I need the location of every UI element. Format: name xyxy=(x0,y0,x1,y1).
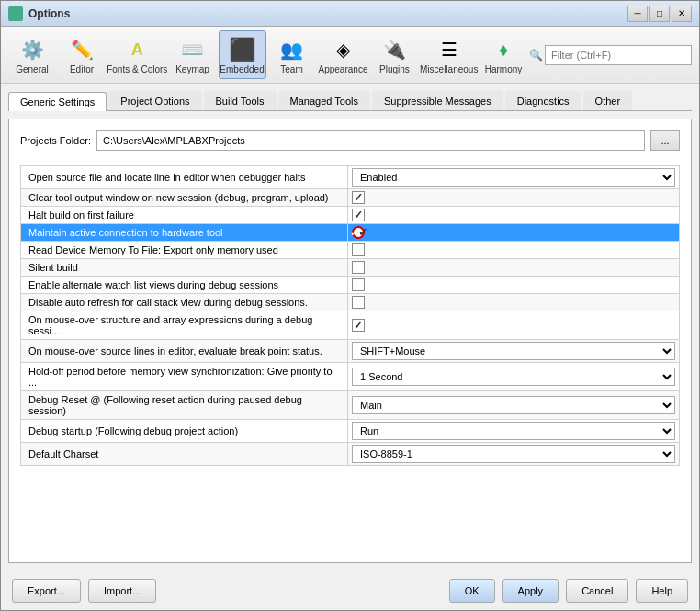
default-charset-dropdown[interactable]: ISO-8859-1 UTF-8 UTF-16 xyxy=(352,445,675,463)
disable-auto-refresh-checkbox[interactable] xyxy=(352,296,365,309)
toolbar-team[interactable]: 👥 Team xyxy=(268,30,316,79)
setting-value: 1 Second 2 Seconds 5 Seconds None xyxy=(348,363,679,390)
toolbar-general-label: General xyxy=(16,64,49,74)
clear-tool-checkbox[interactable] xyxy=(352,191,365,204)
titlebar: Options ─ □ ✕ xyxy=(1,1,699,27)
window-icon xyxy=(8,6,23,21)
table-row: Disable auto refresh for call stack view… xyxy=(20,294,680,311)
content-area: Generic Settings Project Options Build T… xyxy=(1,84,699,571)
footer-left: Export... Import... xyxy=(12,579,156,603)
silent-build-checkbox[interactable] xyxy=(352,261,365,274)
read-device-memory-checkbox[interactable] xyxy=(352,243,365,256)
alternate-watch-checkbox[interactable] xyxy=(352,278,365,291)
projects-folder-label: Projects Folder: xyxy=(20,135,91,146)
tab-generic-settings[interactable]: Generic Settings xyxy=(8,92,107,111)
mouseover-structure-checkbox[interactable] xyxy=(352,319,365,332)
table-row-highlighted: Maintain active connection to hardware t… xyxy=(20,224,680,242)
toolbar-embedded[interactable]: ⬛ Embedded xyxy=(219,30,266,79)
projects-folder-input[interactable] xyxy=(96,130,645,151)
ok-button[interactable]: OK xyxy=(449,579,495,603)
tab-other[interactable]: Other xyxy=(583,91,633,110)
toolbar-editor-label: Editor xyxy=(70,64,94,74)
setting-label: Debug Reset @ (Following reset action du… xyxy=(21,391,348,419)
setting-label: Hold-off period before memory view synch… xyxy=(21,363,348,390)
tab-project-options[interactable]: Project Options xyxy=(108,91,201,110)
toolbar: ⚙️ General ✏️ Editor A Fonts & Colors ⌨️… xyxy=(1,27,699,84)
editor-icon: ✏️ xyxy=(67,35,96,64)
halt-build-checkbox[interactable] xyxy=(352,209,365,221)
toolbar-editor[interactable]: ✏️ Editor xyxy=(58,30,106,79)
maintain-connection-checkbox[interactable]: ✓ xyxy=(352,226,365,239)
window-title: Options xyxy=(28,7,70,20)
export-button[interactable]: Export... xyxy=(12,579,81,603)
footer-right: OK Apply Cancel Help xyxy=(449,579,688,603)
miscellaneous-icon: ☰ xyxy=(435,35,464,64)
setting-label: Enable alternate watch list views during… xyxy=(21,277,348,293)
search-icon: 🔍 xyxy=(529,49,543,62)
toolbar-search: 🔍 xyxy=(529,45,692,65)
keymap-icon: ⌨️ xyxy=(178,35,208,64)
browse-button[interactable]: ... xyxy=(650,130,680,151)
maximize-button[interactable]: □ xyxy=(649,6,670,22)
toolbar-plugins-label: Plugins xyxy=(379,64,410,74)
filter-input[interactable] xyxy=(545,45,692,65)
help-button[interactable]: Help xyxy=(636,579,688,603)
table-row: Clear tool output window on new session … xyxy=(20,189,680,207)
cancel-button[interactable]: Cancel xyxy=(566,579,628,603)
toolbar-fonts-label: Fonts & Colors xyxy=(107,64,167,74)
toolbar-fonts-colors[interactable]: A Fonts & Colors xyxy=(107,30,167,79)
table-row: Debug startup (Following debug project a… xyxy=(20,420,680,443)
setting-value xyxy=(348,189,679,206)
setting-label: Silent build xyxy=(21,259,348,276)
toolbar-keymap[interactable]: ⌨️ Keymap xyxy=(169,30,217,79)
tabs-bar: Generic Settings Project Options Build T… xyxy=(8,91,692,111)
setting-label: Maintain active connection to hardware t… xyxy=(21,224,348,241)
setting-label: Default Charset xyxy=(21,443,348,465)
setting-value xyxy=(348,242,679,258)
table-row: On mouse-over structure and array expres… xyxy=(20,311,680,340)
setting-value: ISO-8859-1 UTF-8 UTF-16 xyxy=(348,443,679,465)
tab-diagnostics[interactable]: Diagnostics xyxy=(505,91,581,110)
table-row: On mouse-over source lines in editor, ev… xyxy=(20,340,680,363)
import-button[interactable]: Import... xyxy=(88,579,156,603)
harmony-icon: ♦ xyxy=(489,35,518,64)
setting-label: Clear tool output window on new session … xyxy=(21,189,348,206)
setting-label: On mouse-over structure and array expres… xyxy=(21,311,348,339)
toolbar-embedded-label: Embedded xyxy=(220,64,264,74)
apply-button[interactable]: Apply xyxy=(502,579,559,603)
toolbar-plugins[interactable]: 🔌 Plugins xyxy=(370,30,418,79)
setting-value xyxy=(348,277,679,293)
table-row: Default Charset ISO-8859-1 UTF-8 UTF-16 xyxy=(20,443,680,466)
setting-label: Halt build on first failure xyxy=(21,207,348,223)
setting-label: Read Device Memory To File: Export only … xyxy=(21,242,348,258)
open-source-dropdown[interactable]: Enabled Disabled xyxy=(352,168,675,187)
table-row: Silent build xyxy=(20,259,680,277)
setting-value: Run Halt xyxy=(348,420,679,442)
table-row: Read Device Memory To File: Export only … xyxy=(20,242,680,259)
debug-reset-dropdown[interactable]: Main Reset Vector xyxy=(352,396,675,414)
table-row: Debug Reset @ (Following reset action du… xyxy=(20,391,680,420)
minimize-button[interactable]: ─ xyxy=(627,6,648,22)
setting-value xyxy=(348,259,679,276)
toolbar-general[interactable]: ⚙️ General xyxy=(8,30,56,79)
toolbar-appearance[interactable]: ◈ Appearance xyxy=(318,30,369,79)
settings-table: Open source file and locate line in edit… xyxy=(20,165,680,466)
toolbar-team-label: Team xyxy=(280,64,302,74)
setting-label: On mouse-over source lines in editor, ev… xyxy=(21,340,348,362)
toolbar-appearance-label: Appearance xyxy=(319,64,368,74)
toolbar-miscellaneous[interactable]: ☰ Miscellaneous xyxy=(420,30,478,79)
table-row: Hold-off period before memory view synch… xyxy=(20,363,680,391)
toolbar-keymap-label: Keymap xyxy=(175,64,209,74)
mouseover-source-dropdown[interactable]: SHIFT+Mouse Always Never xyxy=(352,342,675,360)
main-panel: Projects Folder: ... Open source file an… xyxy=(8,119,692,563)
holdoff-period-dropdown[interactable]: 1 Second 2 Seconds 5 Seconds None xyxy=(352,368,675,386)
tab-suppressible-messages[interactable]: Suppressible Messages xyxy=(372,91,503,110)
tab-build-tools[interactable]: Build Tools xyxy=(204,91,277,110)
tab-managed-tools[interactable]: Managed Tools xyxy=(278,91,370,110)
toolbar-harmony[interactable]: ♦ Harmony xyxy=(480,30,527,79)
fonts-colors-icon: A xyxy=(122,35,152,64)
close-button[interactable]: ✕ xyxy=(672,6,692,22)
table-row: Enable alternate watch list views during… xyxy=(20,277,680,294)
debug-startup-dropdown[interactable]: Run Halt xyxy=(352,422,675,440)
titlebar-left: Options xyxy=(8,6,70,21)
